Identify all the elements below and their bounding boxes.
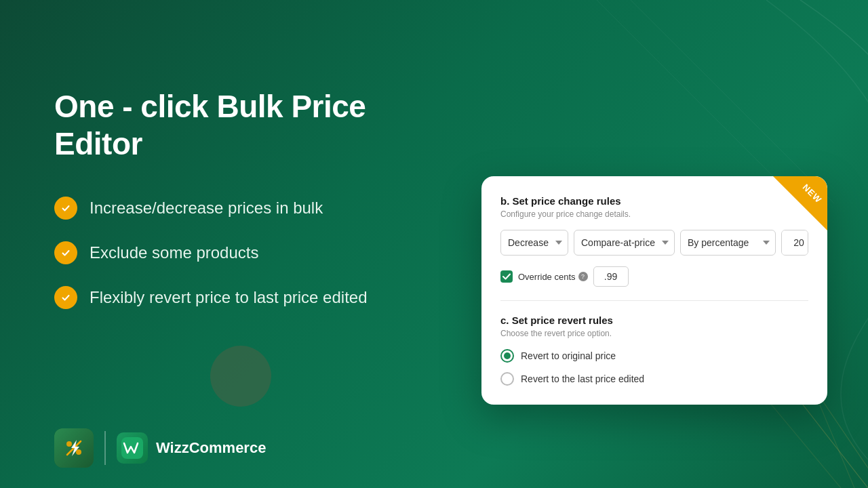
value-input-wrap: % ▲ ▼ xyxy=(781,230,808,256)
price-editor-card: NEW b. Set price change rules Configure … xyxy=(481,176,827,405)
feature-list: Increase/decrease prices in bulk Exclude… xyxy=(54,197,427,309)
page-title: One - click Bulk Price Editor xyxy=(54,88,427,163)
decrease-select[interactable]: Decrease Increase xyxy=(500,230,568,256)
section-b-subtitle: Configure your price change details. xyxy=(500,209,808,219)
left-content: One - click Bulk Price Editor Increase/d… xyxy=(54,88,427,309)
section-b-title: b. Set price change rules xyxy=(500,195,808,207)
svg-line-5 xyxy=(631,0,834,203)
check-icon-1 xyxy=(54,197,77,220)
check-icon-3 xyxy=(54,286,77,309)
svg-line-4 xyxy=(597,0,800,203)
radio-last-edited-label: Revert to the last price edited xyxy=(521,373,644,384)
section-c: c. Set price revert rules Choose the rev… xyxy=(500,314,808,386)
override-cents-row: Override cents ? xyxy=(500,266,808,287)
feature-text-3: Flexibly revert price to last price edit… xyxy=(90,288,368,307)
section-b: b. Set price change rules Configure your… xyxy=(500,195,808,287)
radio-last-edited[interactable]: Revert to the last price edited xyxy=(500,372,808,386)
svg-point-9 xyxy=(66,441,72,447)
feature-item-1: Increase/decrease prices in bulk xyxy=(54,197,427,220)
radio-last-edited-indicator xyxy=(500,372,514,386)
section-c-title: c. Set price revert rules xyxy=(500,314,808,326)
feature-text-2: Exclude some products xyxy=(90,243,258,262)
card-divider xyxy=(500,300,808,301)
svg-point-8 xyxy=(60,291,72,304)
compare-select[interactable]: Compare-at-price Price xyxy=(574,230,675,256)
app-icon xyxy=(54,428,94,468)
cents-input[interactable] xyxy=(593,266,629,287)
radio-original-label: Revert to original price xyxy=(521,350,616,361)
feature-item-2: Exclude some products xyxy=(54,241,427,264)
radio-dot xyxy=(504,352,511,359)
value-input[interactable] xyxy=(782,230,808,256)
wizzcommerce-logo: WizzCommerce xyxy=(117,432,266,464)
brand-divider xyxy=(104,431,106,465)
radio-original-indicator xyxy=(500,349,514,363)
radio-original[interactable]: Revert to original price xyxy=(500,349,808,363)
svg-point-6 xyxy=(60,202,72,214)
check-icon-2 xyxy=(54,241,77,264)
by-select[interactable]: By percentage By fixed amount xyxy=(680,230,776,256)
section-c-subtitle: Choose the revert price option. xyxy=(500,329,808,338)
wizzcommerce-icon xyxy=(117,432,148,464)
new-badge: NEW xyxy=(773,176,827,230)
revert-radio-group: Revert to original price Revert to the l… xyxy=(500,349,808,386)
svg-point-10 xyxy=(76,449,81,455)
feature-text-1: Increase/decrease prices in bulk xyxy=(90,199,323,218)
wizzcommerce-name: WizzCommerce xyxy=(156,439,266,457)
override-label: Override cents ? xyxy=(518,272,588,282)
price-controls-row: Decrease Increase Compare-at-price Price… xyxy=(500,230,808,256)
override-info-icon[interactable]: ? xyxy=(578,272,588,281)
override-checkbox[interactable] xyxy=(500,270,513,283)
branding: WizzCommerce xyxy=(54,428,266,468)
card-container: NEW b. Set price change rules Configure … xyxy=(481,176,827,405)
svg-point-7 xyxy=(60,247,72,259)
feature-item-3: Flexibly revert price to last price edit… xyxy=(54,286,427,309)
decorative-circle xyxy=(210,346,271,407)
